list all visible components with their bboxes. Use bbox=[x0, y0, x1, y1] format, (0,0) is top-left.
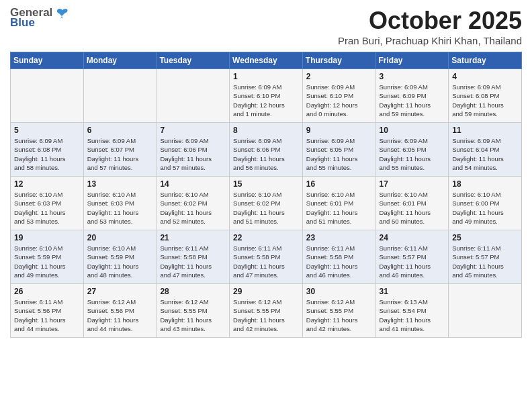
day-number: 31 bbox=[380, 287, 445, 296]
day-number: 9 bbox=[306, 126, 372, 135]
calendar-cell-20: 18Sunrise: 6:10 AM Sunset: 6:00 PM Dayli… bbox=[449, 177, 522, 230]
day-detail: Sunrise: 6:11 AM Sunset: 5:56 PM Dayligh… bbox=[14, 298, 80, 333]
calendar-cell-24: 22Sunrise: 6:11 AM Sunset: 5:58 PM Dayli… bbox=[230, 230, 303, 284]
calendar-cell-21: 19Sunrise: 6:10 AM Sunset: 5:59 PM Dayli… bbox=[11, 230, 84, 284]
day-number: 21 bbox=[160, 233, 226, 242]
calendar-cell-5: 3Sunrise: 6:09 AM Sunset: 6:09 PM Daylig… bbox=[375, 69, 449, 123]
day-number: 24 bbox=[380, 233, 445, 242]
calendar-cell-34 bbox=[449, 284, 522, 338]
header: General Blue October 2025 Pran Buri, Pra… bbox=[10, 7, 522, 46]
day-detail: Sunrise: 6:10 AM Sunset: 6:00 PM Dayligh… bbox=[452, 190, 518, 226]
day-number: 25 bbox=[452, 233, 518, 242]
weekday-header-sunday: Sunday bbox=[11, 52, 84, 69]
calendar-cell-13: 11Sunrise: 6:09 AM Sunset: 6:04 PM Dayli… bbox=[449, 123, 522, 177]
day-number: 5 bbox=[14, 126, 80, 135]
calendar-cell-3: 1Sunrise: 6:09 AM Sunset: 6:10 PM Daylig… bbox=[230, 69, 303, 123]
day-detail: Sunrise: 6:09 AM Sunset: 6:04 PM Dayligh… bbox=[452, 136, 518, 172]
day-detail: Sunrise: 6:09 AM Sunset: 6:05 PM Dayligh… bbox=[306, 136, 372, 172]
calendar-cell-8: 6Sunrise: 6:09 AM Sunset: 6:07 PM Daylig… bbox=[83, 123, 157, 177]
day-number: 13 bbox=[87, 179, 153, 189]
day-number: 26 bbox=[14, 287, 80, 296]
day-detail: Sunrise: 6:09 AM Sunset: 6:10 PM Dayligh… bbox=[306, 83, 372, 118]
day-detail: Sunrise: 6:11 AM Sunset: 5:57 PM Dayligh… bbox=[380, 244, 445, 279]
day-number: 16 bbox=[306, 179, 372, 189]
day-number: 30 bbox=[306, 287, 372, 296]
day-number: 11 bbox=[452, 126, 518, 135]
calendar-cell-18: 16Sunrise: 6:10 AM Sunset: 6:01 PM Dayli… bbox=[302, 177, 375, 230]
day-detail: Sunrise: 6:12 AM Sunset: 5:56 PM Dayligh… bbox=[87, 298, 153, 333]
calendar-cell-11: 9Sunrise: 6:09 AM Sunset: 6:05 PM Daylig… bbox=[302, 123, 375, 177]
weekday-header-friday: Friday bbox=[375, 52, 449, 69]
calendar-cell-22: 20Sunrise: 6:10 AM Sunset: 5:59 PM Dayli… bbox=[83, 230, 157, 284]
day-detail: Sunrise: 6:11 AM Sunset: 5:58 PM Dayligh… bbox=[233, 244, 299, 279]
logo: General Blue bbox=[10, 7, 70, 29]
weekday-header-wednesday: Wednesday bbox=[230, 52, 303, 69]
calendar-cell-33: 31Sunrise: 6:13 AM Sunset: 5:54 PM Dayli… bbox=[375, 284, 449, 338]
day-number: 4 bbox=[452, 72, 518, 81]
day-detail: Sunrise: 6:13 AM Sunset: 5:54 PM Dayligh… bbox=[380, 298, 445, 333]
day-detail: Sunrise: 6:10 AM Sunset: 6:03 PM Dayligh… bbox=[87, 190, 153, 226]
calendar-cell-12: 10Sunrise: 6:09 AM Sunset: 6:05 PM Dayli… bbox=[375, 123, 449, 177]
day-detail: Sunrise: 6:09 AM Sunset: 6:06 PM Dayligh… bbox=[233, 136, 299, 172]
calendar-cell-2 bbox=[157, 69, 230, 123]
calendar-cell-14: 12Sunrise: 6:10 AM Sunset: 6:03 PM Dayli… bbox=[11, 177, 84, 230]
day-detail: Sunrise: 6:12 AM Sunset: 5:55 PM Dayligh… bbox=[306, 298, 372, 333]
logo-blue: Blue bbox=[10, 17, 70, 30]
day-number: 2 bbox=[306, 72, 372, 81]
day-detail: Sunrise: 6:09 AM Sunset: 6:08 PM Dayligh… bbox=[452, 83, 518, 118]
calendar-cell-10: 8Sunrise: 6:09 AM Sunset: 6:06 PM Daylig… bbox=[230, 123, 303, 177]
calendar-cell-6: 4Sunrise: 6:09 AM Sunset: 6:08 PM Daylig… bbox=[449, 69, 522, 123]
day-detail: Sunrise: 6:11 AM Sunset: 5:57 PM Dayligh… bbox=[452, 244, 518, 279]
calendar-cell-1 bbox=[83, 69, 157, 123]
day-number: 22 bbox=[233, 233, 299, 242]
day-number: 3 bbox=[380, 72, 445, 81]
day-number: 19 bbox=[14, 233, 80, 242]
day-number: 27 bbox=[87, 287, 153, 296]
location: Pran Buri, Prachuap Khiri Khan, Thailand bbox=[338, 35, 522, 46]
day-number: 15 bbox=[233, 179, 299, 189]
day-detail: Sunrise: 6:10 AM Sunset: 6:03 PM Dayligh… bbox=[14, 190, 80, 226]
day-number: 8 bbox=[233, 126, 299, 135]
month-title: October 2025 bbox=[338, 7, 522, 35]
day-number: 6 bbox=[87, 126, 153, 135]
day-number: 12 bbox=[14, 179, 80, 189]
weekday-header-saturday: Saturday bbox=[449, 52, 522, 69]
day-number: 7 bbox=[160, 126, 226, 135]
day-number: 14 bbox=[160, 179, 226, 189]
day-detail: Sunrise: 6:10 AM Sunset: 5:59 PM Dayligh… bbox=[87, 244, 153, 279]
day-number: 1 bbox=[233, 72, 299, 81]
day-number: 28 bbox=[160, 287, 226, 296]
calendar-cell-29: 27Sunrise: 6:12 AM Sunset: 5:56 PM Dayli… bbox=[83, 284, 157, 338]
day-detail: Sunrise: 6:09 AM Sunset: 6:06 PM Dayligh… bbox=[160, 136, 226, 172]
calendar-cell-32: 30Sunrise: 6:12 AM Sunset: 5:55 PM Dayli… bbox=[302, 284, 375, 338]
day-detail: Sunrise: 6:10 AM Sunset: 6:02 PM Dayligh… bbox=[160, 190, 226, 226]
day-detail: Sunrise: 6:09 AM Sunset: 6:08 PM Dayligh… bbox=[14, 136, 80, 172]
day-detail: Sunrise: 6:10 AM Sunset: 6:01 PM Dayligh… bbox=[306, 190, 372, 226]
day-detail: Sunrise: 6:10 AM Sunset: 6:01 PM Dayligh… bbox=[380, 190, 445, 226]
day-detail: Sunrise: 6:09 AM Sunset: 6:05 PM Dayligh… bbox=[380, 136, 445, 172]
day-detail: Sunrise: 6:10 AM Sunset: 6:02 PM Dayligh… bbox=[233, 190, 299, 226]
day-detail: Sunrise: 6:12 AM Sunset: 5:55 PM Dayligh… bbox=[233, 298, 299, 333]
calendar: SundayMondayTuesdayWednesdayThursdayFrid… bbox=[10, 52, 522, 338]
calendar-cell-30: 28Sunrise: 6:12 AM Sunset: 5:55 PM Dayli… bbox=[157, 284, 230, 338]
calendar-cell-19: 17Sunrise: 6:10 AM Sunset: 6:01 PM Dayli… bbox=[375, 177, 449, 230]
day-detail: Sunrise: 6:09 AM Sunset: 6:07 PM Dayligh… bbox=[87, 136, 153, 172]
day-number: 10 bbox=[380, 126, 445, 135]
day-detail: Sunrise: 6:11 AM Sunset: 5:58 PM Dayligh… bbox=[306, 244, 372, 279]
calendar-cell-28: 26Sunrise: 6:11 AM Sunset: 5:56 PM Dayli… bbox=[11, 284, 84, 338]
day-detail: Sunrise: 6:12 AM Sunset: 5:55 PM Dayligh… bbox=[160, 298, 226, 333]
calendar-cell-23: 21Sunrise: 6:11 AM Sunset: 5:58 PM Dayli… bbox=[157, 230, 230, 284]
calendar-cell-7: 5Sunrise: 6:09 AM Sunset: 6:08 PM Daylig… bbox=[11, 123, 84, 177]
calendar-cell-17: 15Sunrise: 6:10 AM Sunset: 6:02 PM Dayli… bbox=[230, 177, 303, 230]
weekday-header-tuesday: Tuesday bbox=[157, 52, 230, 69]
weekday-header-thursday: Thursday bbox=[302, 52, 375, 69]
day-number: 23 bbox=[306, 233, 372, 242]
calendar-cell-31: 29Sunrise: 6:12 AM Sunset: 5:55 PM Dayli… bbox=[230, 284, 303, 338]
calendar-cell-4: 2Sunrise: 6:09 AM Sunset: 6:10 PM Daylig… bbox=[302, 69, 375, 123]
day-number: 20 bbox=[87, 233, 153, 242]
day-detail: Sunrise: 6:09 AM Sunset: 6:10 PM Dayligh… bbox=[233, 83, 299, 118]
day-detail: Sunrise: 6:11 AM Sunset: 5:58 PM Dayligh… bbox=[160, 244, 226, 279]
day-number: 18 bbox=[452, 179, 518, 189]
calendar-cell-26: 24Sunrise: 6:11 AM Sunset: 5:57 PM Dayli… bbox=[375, 230, 449, 284]
calendar-cell-16: 14Sunrise: 6:10 AM Sunset: 6:02 PM Dayli… bbox=[157, 177, 230, 230]
